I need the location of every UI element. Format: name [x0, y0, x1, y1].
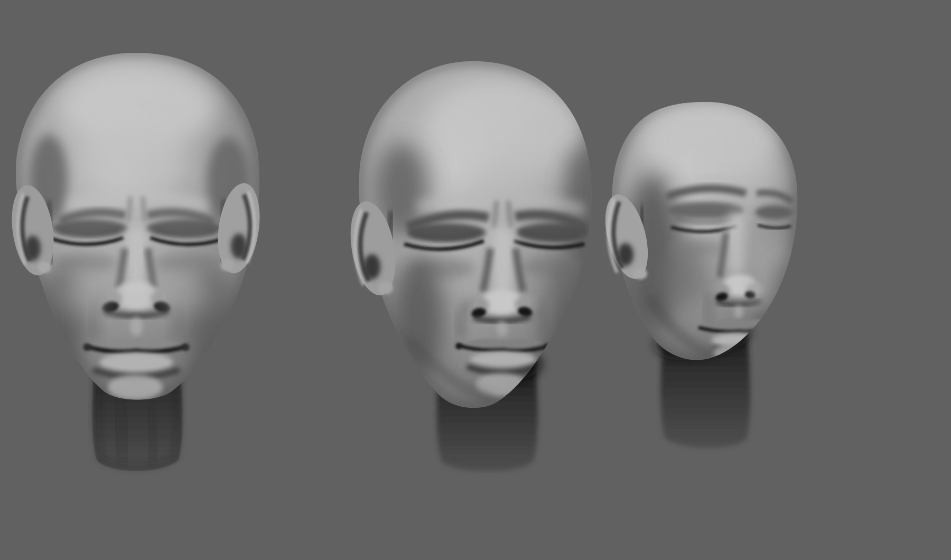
lower-lip: [470, 351, 536, 367]
nose-bridge: [492, 227, 514, 298]
cheek-hollow: [663, 243, 711, 306]
render-viewport: [0, 0, 951, 560]
philtrum: [734, 305, 743, 319]
chin-highlight: [108, 375, 163, 400]
nose-bridge: [728, 211, 744, 275]
lower-lip: [99, 352, 173, 372]
sculpt-render: [0, 0, 951, 560]
philtrum: [496, 321, 508, 337]
philtrum: [130, 317, 143, 336]
